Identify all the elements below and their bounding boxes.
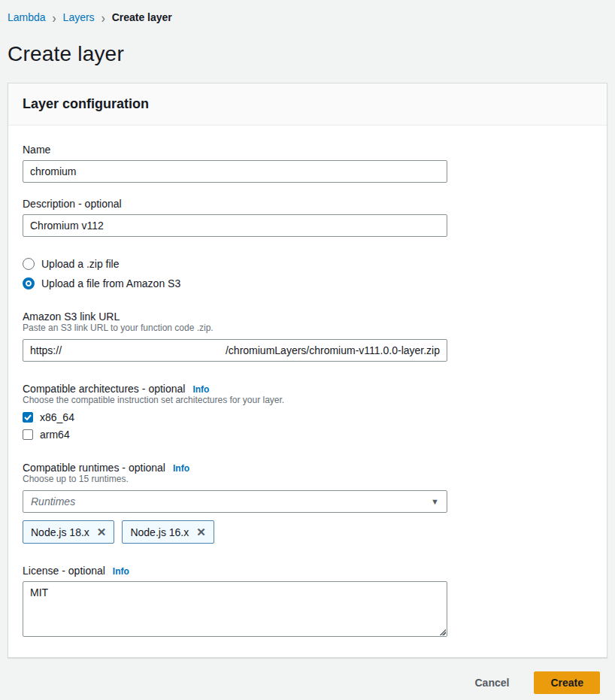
license-field-group: License - optional Info MIT xyxy=(23,565,592,637)
runtimes-select-placeholder: Runtimes xyxy=(31,495,75,508)
s3-url-input[interactable]: https:// /chromiumLayers/chromium-v111.0… xyxy=(23,339,447,362)
radio-upload-zip-label: Upload a .zip file xyxy=(41,258,120,270)
checkbox-x86-64-label: x86_64 xyxy=(40,411,74,423)
s3-url-help-text: Paste an S3 link URL to your function co… xyxy=(23,323,592,333)
runtimes-select[interactable]: Runtimes ▼ xyxy=(23,490,447,513)
name-input[interactable] xyxy=(23,160,447,183)
name-label: Name xyxy=(23,144,50,156)
card-body: Name Description - optional Upload a .zi… xyxy=(8,126,607,657)
chip-nodejs-16-label: Node.js 16.x xyxy=(130,526,189,538)
architectures-label: Compatible architectures - xyxy=(23,383,145,395)
license-optional-label: optional xyxy=(68,565,105,577)
runtimes-label: Compatible runtimes - xyxy=(23,462,126,474)
checkbox-unchecked-icon[interactable] xyxy=(23,429,33,440)
radio-upload-s3-label: Upload a file from Amazon S3 xyxy=(41,277,180,289)
caret-down-icon: ▼ xyxy=(431,497,439,506)
breadcrumb-current: Create layer xyxy=(112,11,172,23)
runtime-chips: Node.js 18.x ✕ Node.js 16.x ✕ xyxy=(23,520,592,544)
architectures-optional-label: optional xyxy=(148,383,185,395)
description-input[interactable] xyxy=(23,214,447,237)
license-label: License - xyxy=(23,565,65,577)
description-field-group: Description - optional xyxy=(23,198,592,237)
description-optional-label: optional xyxy=(85,198,122,210)
s3-url-prefix: https:// xyxy=(30,344,62,356)
radio-unselected-icon[interactable] xyxy=(23,258,35,270)
architectures-info-link[interactable]: Info xyxy=(192,384,209,395)
checkbox-checked-icon[interactable] xyxy=(23,412,33,423)
radio-upload-s3[interactable]: Upload a file from Amazon S3 xyxy=(23,277,592,289)
close-icon[interactable]: ✕ xyxy=(97,526,107,538)
runtimes-optional-label: optional xyxy=(129,462,165,474)
chip-nodejs-18-label: Node.js 18.x xyxy=(31,526,89,538)
runtimes-help-text: Choose up to 15 runtimes. xyxy=(23,474,592,484)
create-layer-page: Lambda › Layers › Create layer Create la… xyxy=(0,0,615,694)
breadcrumb-link-lambda[interactable]: Lambda xyxy=(8,11,46,23)
architectures-field-group: Compatible architectures - optional Info… xyxy=(23,383,592,441)
radio-selected-icon[interactable] xyxy=(23,277,35,289)
upload-source-radio-group: Upload a .zip file Upload a file from Am… xyxy=(23,258,592,289)
chip-nodejs-18: Node.js 18.x ✕ xyxy=(23,520,114,544)
license-textarea[interactable]: MIT xyxy=(23,581,447,637)
radio-upload-zip[interactable]: Upload a .zip file xyxy=(23,258,592,270)
check-icon xyxy=(24,414,32,420)
license-info-link[interactable]: Info xyxy=(113,566,129,577)
chevron-right-icon: › xyxy=(101,11,105,25)
layer-configuration-card: Layer configuration Name Description - o… xyxy=(8,83,607,658)
page-title: Create layer xyxy=(8,42,607,66)
card-header: Layer configuration xyxy=(8,83,607,126)
architectures-help-text: Choose the compatible instruction set ar… xyxy=(23,395,592,405)
footer-actions: Cancel Create xyxy=(8,658,607,694)
card-title: Layer configuration xyxy=(23,96,592,112)
checkbox-x86-64[interactable]: x86_64 xyxy=(23,411,592,423)
checkbox-arm64-label: arm64 xyxy=(40,429,70,441)
checkbox-arm64[interactable]: arm64 xyxy=(23,429,592,441)
chevron-right-icon: › xyxy=(53,11,56,25)
close-icon[interactable]: ✕ xyxy=(196,526,206,538)
chip-nodejs-16: Node.js 16.x ✕ xyxy=(122,520,214,544)
cancel-button[interactable]: Cancel xyxy=(474,672,509,693)
description-label: Description - xyxy=(23,198,82,210)
name-field-group: Name xyxy=(23,144,592,183)
create-button[interactable]: Create xyxy=(534,671,600,694)
breadcrumb-link-layers[interactable]: Layers xyxy=(63,11,95,23)
s3-url-label: Amazon S3 link URL xyxy=(23,311,120,323)
runtimes-info-link[interactable]: Info xyxy=(173,463,189,474)
runtimes-field-group: Compatible runtimes - optional Info Choo… xyxy=(23,462,592,544)
s3-url-suffix: /chromiumLayers/chromium-v111.0.0-layer.… xyxy=(226,344,440,356)
s3-url-field-group: Amazon S3 link URL Paste an S3 link URL … xyxy=(23,311,592,362)
breadcrumb: Lambda › Layers › Create layer xyxy=(8,0,607,23)
